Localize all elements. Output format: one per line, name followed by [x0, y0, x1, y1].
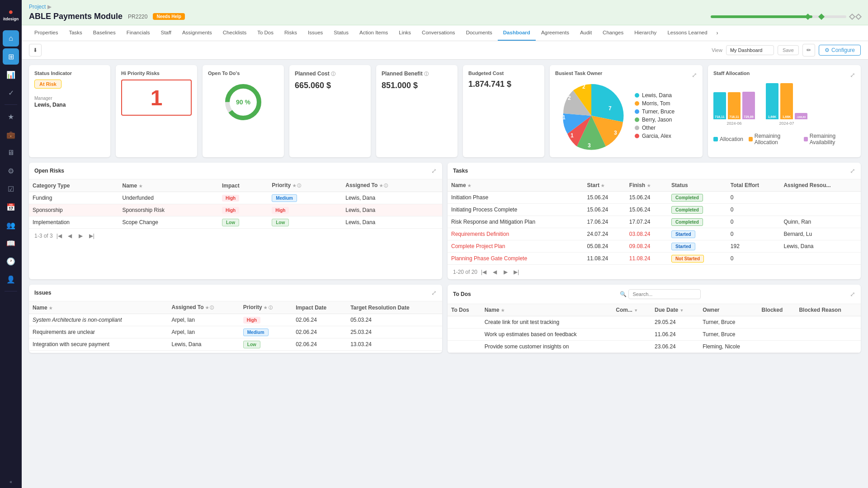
tab-changes[interactable]: Changes: [597, 25, 629, 41]
download-btn[interactable]: ⬇: [29, 44, 42, 56]
table-row: Integration with secure payment Lewis, D…: [29, 338, 442, 351]
tab-dashboard[interactable]: Dashboard: [498, 25, 536, 41]
sidebar-item-checkmark[interactable]: ☑: [3, 181, 19, 197]
donut-percent: 90 %: [236, 99, 250, 106]
todo-name: Create link for unit test tracking: [481, 316, 613, 328]
sidebar-item-clock[interactable]: 🕐: [3, 253, 19, 269]
widgets-row-top: Status Indicator At Risk Manager Lewis, …: [29, 65, 861, 157]
busiest-expand-icon[interactable]: ⤢: [692, 71, 697, 79]
legend-dot-garcia: [635, 134, 639, 138]
tab-audit[interactable]: Audit: [575, 25, 597, 41]
tab-staff[interactable]: Staff: [155, 25, 176, 41]
todo-blocked-reason: [795, 328, 861, 341]
brand-logo[interactable]: ● itdesign: [1, 4, 21, 25]
todo-group: [448, 316, 481, 328]
view-select[interactable]: My Dashboard: [726, 45, 774, 55]
tab-todos[interactable]: To Dos: [252, 25, 279, 41]
tab-conversations[interactable]: Conversations: [416, 25, 461, 41]
sidebar-item-grid[interactable]: ⊞: [3, 48, 19, 65]
tab-baselines[interactable]: Baselines: [88, 25, 121, 41]
planned-cost-value: 665.060 $: [295, 81, 365, 90]
tab-agreements[interactable]: Agreements: [536, 25, 575, 41]
issues-expand-icon[interactable]: ⤢: [431, 289, 437, 296]
pagination-text: 1-3 of 3: [34, 233, 53, 239]
sidebar-item-star[interactable]: ★: [3, 108, 19, 125]
sidebar-expand-btn[interactable]: «: [9, 479, 12, 484]
widget-status-indicator: Status Indicator At Risk Manager Lewis, …: [29, 65, 110, 157]
tasks-page-next[interactable]: ▶: [501, 267, 510, 277]
breadcrumb-project[interactable]: Project: [29, 4, 46, 10]
page-next-btn[interactable]: ▶: [76, 231, 85, 240]
configure-btn[interactable]: ⚙ Configure: [819, 45, 861, 56]
tab-checklists[interactable]: Checklists: [217, 25, 252, 41]
tab-documents[interactable]: Documents: [461, 25, 498, 41]
tab-links[interactable]: Links: [393, 25, 416, 41]
open-risks-expand-icon[interactable]: ⤢: [431, 167, 437, 174]
planned-benefit-info-icon[interactable]: ⓘ: [424, 71, 429, 76]
sidebar-item-users[interactable]: 👥: [3, 217, 19, 233]
edit-btn[interactable]: ✏: [802, 44, 815, 56]
todo-search-input[interactable]: [628, 289, 701, 299]
legend-lewis: Lewis, Dana: [635, 92, 675, 99]
tasks-expand-icon[interactable]: ⤢: [850, 167, 855, 174]
tab-status[interactable]: Status: [328, 25, 354, 41]
tasks-page-last[interactable]: ▶|: [512, 267, 521, 277]
col-todos-group: To Dos: [448, 304, 481, 316]
sidebar-item-briefcase[interactable]: 💼: [3, 127, 19, 143]
issue-priority: High: [240, 314, 292, 326]
page-last-btn[interactable]: ▶|: [87, 231, 96, 240]
tab-properties[interactable]: Properties: [29, 25, 63, 41]
sidebar-item-calendar[interactable]: 📅: [3, 199, 19, 215]
widget-planned-cost: Planned Cost ⓘ 665.060 $: [289, 65, 371, 157]
risk-impact: High: [218, 192, 268, 204]
timeline-diamond1: [805, 13, 811, 19]
planned-cost-info-icon[interactable]: ⓘ: [331, 71, 335, 76]
legend-label-morris: Morris, Tom: [642, 100, 670, 107]
tab-tasks[interactable]: Tasks: [63, 25, 87, 41]
sidebar-item-person-gear[interactable]: 👤: [3, 271, 19, 287]
tab-action-items[interactable]: Action Items: [354, 25, 393, 41]
tab-hierarchy[interactable]: Hierarchy: [629, 25, 662, 41]
todos-table: To Dos Name ★ Com... ▼ Due Date ▼ Owner …: [448, 304, 861, 353]
svg-text:7: 7: [609, 105, 612, 112]
sidebar-item-monitor[interactable]: 🖥: [3, 145, 19, 161]
page-prev-btn[interactable]: ◀: [66, 231, 75, 240]
tasks-page-prev[interactable]: ◀: [490, 267, 499, 277]
issue-impact-date: 02.06.24: [292, 326, 347, 338]
risk-name: Sponsorship Risk: [119, 204, 218, 216]
tab-issues[interactable]: Issues: [302, 25, 328, 41]
save-btn[interactable]: Save: [778, 45, 799, 55]
tasks-page-first[interactable]: |◀: [479, 267, 488, 277]
task-finish: 15.06.24: [626, 204, 668, 216]
sidebar-item-home[interactable]: ⌂: [3, 30, 19, 47]
open-risks-tbody: Funding Underfunded High Medium Lewis, D…: [29, 192, 442, 229]
tasks-thead: Name ★ Start ★ Finish ★ Status Total Eff…: [448, 179, 861, 192]
task-name: Planning Phase Gate Complete: [448, 253, 584, 265]
staff-header: Staff Allocation ⤢: [713, 70, 855, 80]
sidebar-item-check[interactable]: ✓: [3, 84, 19, 101]
status-indicator-title: Status Indicator: [34, 70, 105, 76]
status-badge: Completed: [671, 194, 703, 202]
sidebar-item-chart[interactable]: 📊: [3, 66, 19, 83]
tab-financials[interactable]: Financials: [121, 25, 156, 41]
sidebar-item-gear[interactable]: ⚙: [3, 163, 19, 179]
task-status: Started: [668, 240, 727, 253]
tab-risks[interactable]: Risks: [279, 25, 302, 41]
page-first-btn[interactable]: |◀: [55, 231, 64, 240]
priority-badge: Low: [243, 341, 260, 348]
widget-staff-allocation: Staff Allocation ⤢ 718,11 718,11 729,89 …: [708, 65, 861, 157]
issue-target-date: 25.03.24: [347, 326, 442, 338]
bar-alloc-jul: 1,66K: [766, 83, 778, 119]
task-assigned: [780, 204, 861, 216]
timeline-bar: [711, 15, 846, 18]
staff-expand-icon[interactable]: ⤢: [850, 71, 855, 79]
sidebar-item-book[interactable]: 📖: [3, 235, 19, 251]
tab-assignments[interactable]: Assignments: [177, 25, 217, 41]
legend-label-berry: Berry, Jason: [642, 117, 672, 123]
legend-sq-rem-alloc: [749, 137, 753, 141]
todos-expand-icon[interactable]: ⤢: [850, 291, 855, 298]
nav-more-btn[interactable]: ›: [713, 25, 722, 41]
tab-lessons[interactable]: Lessons Learned: [662, 25, 712, 41]
task-status: Completed: [668, 216, 727, 228]
staff-title: Staff Allocation: [713, 70, 750, 76]
